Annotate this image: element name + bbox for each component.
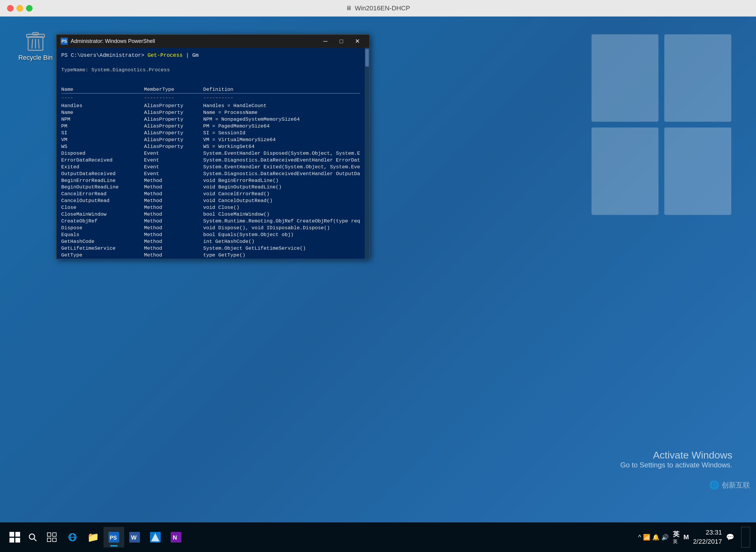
show-desktop-button[interactable] [741, 527, 750, 548]
tray-volume-icon[interactable]: 🔊 [661, 534, 669, 541]
table-row: Close Method void Close() [61, 204, 360, 211]
file-explorer-button[interactable]: 📁 [83, 527, 104, 548]
table-row: BeginErrorReadLine Method void BeginErro… [61, 177, 360, 184]
brand-icon: 🌐 [709, 480, 719, 490]
ps-window-icon: PS [61, 37, 68, 45]
recycle-bin-icon [24, 28, 47, 52]
onenote-icon: N [171, 532, 181, 543]
powershell-button[interactable]: PS [104, 527, 124, 548]
taskbar-m-icon[interactable]: M [684, 533, 689, 541]
file-explorer-icon: 📁 [87, 532, 99, 543]
table-row: Exited Event System.EventHandler Exited(… [61, 164, 360, 171]
table-row: GetHashCode Method int GetHashCode() [61, 239, 360, 245]
svg-line-7 [32, 39, 32, 48]
svg-line-9 [38, 39, 39, 48]
ps-maximize-button[interactable]: □ [333, 35, 349, 48]
ps-close-button[interactable]: ✕ [349, 35, 365, 48]
search-icon [28, 533, 37, 542]
svg-rect-12 [9, 538, 14, 543]
brand-watermark: 🌐 创新互联 [709, 480, 750, 490]
ps-minimize-button[interactable]: ─ [317, 35, 333, 48]
onenote-button[interactable]: N [166, 527, 186, 548]
table-row: CancelErrorRead Method void CancelErrorR… [61, 191, 360, 197]
ps-table: Name MemberType Definition ---- --------… [61, 87, 360, 259]
ps-scrollbar[interactable] [365, 48, 369, 259]
table-row: CreateObjRef Method System.Runtime.Remot… [61, 218, 360, 225]
svg-rect-17 [53, 533, 56, 536]
ps-titlebar[interactable]: PS Administrator: Windows PowerShell ─ □… [56, 35, 369, 48]
desktop: Recycle Bin Activate Windows Go to Setti… [0, 17, 756, 522]
brand-name: 创新互联 [722, 480, 750, 490]
svg-rect-19 [53, 538, 56, 542]
table-row: SI AliasProperty SI = SessionId [61, 130, 360, 137]
svg-rect-11 [15, 532, 20, 537]
mac-titlebar: 🖥 Win2016EN-DHCP [0, 0, 756, 17]
svg-rect-13 [15, 538, 20, 543]
table-row: WS AliasProperty WS = WorkingSet64 [61, 143, 360, 150]
taskbar[interactable]: 📁 PS W N ^ 📶 🔔 🔊 [0, 522, 756, 552]
recycle-bin[interactable]: Recycle Bin [18, 28, 53, 61]
azure-icon [150, 532, 161, 543]
svg-rect-1 [664, 34, 731, 122]
table-row: Dispose Method void Dispose(), void IDis… [61, 225, 360, 232]
start-button[interactable] [6, 528, 24, 546]
svg-line-15 [34, 539, 36, 541]
powershell-window: PS Administrator: Windows PowerShell ─ □… [56, 34, 370, 259]
table-row: CancelOutputRead Method void CancelOutpu… [61, 197, 360, 204]
ps-content: PS C:\Users\Administrator> Get-Process |… [56, 48, 369, 259]
start-icon [9, 532, 20, 543]
ps-titlebar-text: Administrator: Windows PowerShell [71, 38, 317, 44]
windows-logo-watermark [590, 34, 738, 224]
ps-window-controls[interactable]: ─ □ ✕ [317, 35, 365, 48]
taskbar-date: 2/22/2017 [693, 537, 722, 546]
taskbar-clock[interactable]: 23:31 2/22/2017 [693, 528, 722, 546]
tray-wifi-icon[interactable]: 📶 [643, 534, 650, 541]
activate-title: Activate Windows [620, 449, 732, 461]
azure-button[interactable] [145, 527, 166, 548]
ps-pipe-cmd: Gm [192, 52, 199, 58]
svg-text:N: N [173, 534, 177, 541]
word-button[interactable]: W [124, 527, 145, 548]
table-row: NPM AliasProperty NPM = NonpagedSystemMe… [61, 116, 360, 123]
table-row: OutputDataReceived Event System.Diagnost… [61, 171, 360, 177]
taskbar-language[interactable]: 英 英 [673, 530, 679, 545]
ps-header-membertype: MemberType [144, 87, 203, 93]
activate-windows-watermark: Activate Windows Go to Settings to activ… [620, 449, 732, 469]
svg-point-14 [29, 534, 35, 539]
ps-command-line: PS C:\Users\Administrator> Get-Process |… [61, 52, 360, 59]
tray-network-icon[interactable]: ^ [638, 533, 641, 541]
word-icon: W [129, 532, 140, 543]
table-row: GetLifetimeService Method System.Object … [61, 245, 360, 252]
svg-rect-6 [32, 32, 38, 35]
ps-prompt: PS C:\Users\Administrator> [61, 52, 144, 58]
task-view-button[interactable] [41, 527, 62, 548]
ps-underline-name: ---- [61, 95, 144, 102]
table-row: Equals Method bool Equals(System.Object … [61, 232, 360, 239]
ps-terminal[interactable]: PS C:\Users\Administrator> Get-Process |… [56, 48, 365, 259]
ps-underline-row: ---- ---------- ---------- [61, 95, 360, 103]
mac-window-controls[interactable] [7, 5, 32, 12]
svg-text:W: W [131, 534, 137, 541]
internet-explorer-button[interactable] [62, 527, 83, 548]
system-tray-icons[interactable]: ^ 📶 🔔 🔊 [638, 533, 668, 541]
table-row: Disposed Event System.EventHandler Dispo… [61, 150, 360, 157]
svg-rect-16 [47, 533, 51, 536]
mac-window-title: 🖥 Win2016EN-DHCP [346, 4, 410, 12]
mac-close-button[interactable] [7, 5, 14, 12]
tray-alert-icon[interactable]: 🔔 [652, 534, 659, 541]
svg-text:PS: PS [110, 535, 117, 541]
svg-rect-2 [592, 128, 658, 215]
ps-pipe: | [186, 52, 192, 58]
mac-minimize-button[interactable] [17, 5, 23, 12]
mac-maximize-button[interactable] [26, 5, 32, 12]
ps-command: Get-Process [148, 52, 183, 58]
powershell-icon: PS [109, 532, 119, 543]
activate-subtitle: Go to Settings to activate Windows. [620, 461, 732, 469]
table-row: BeginOutputReadLine Method void BeginOut… [61, 184, 360, 191]
recycle-bin-label: Recycle Bin [18, 54, 53, 61]
action-center-button[interactable]: 💬 [726, 533, 734, 541]
search-button[interactable] [24, 528, 41, 546]
ps-table-header: Name MemberType Definition [61, 87, 360, 94]
ps-scrollbar-thumb[interactable] [365, 49, 369, 66]
svg-rect-18 [47, 538, 51, 542]
